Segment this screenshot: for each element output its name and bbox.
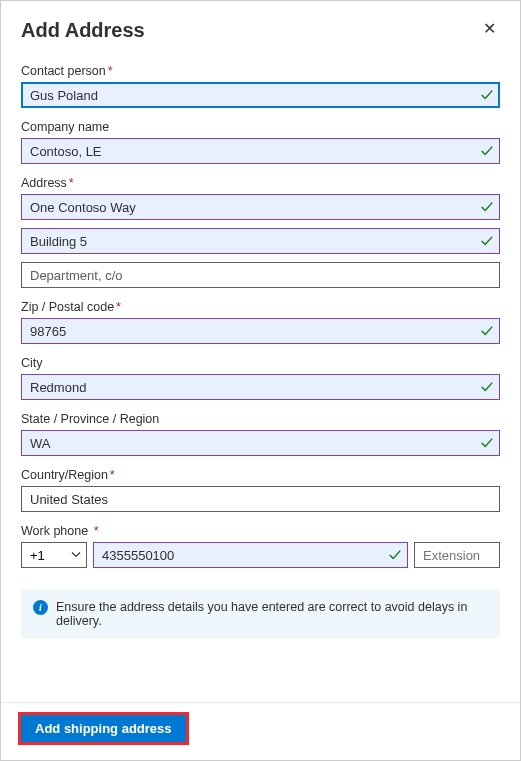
- address-line3-input[interactable]: [21, 262, 500, 288]
- required-marker: *: [116, 300, 121, 314]
- add-address-panel: Add Address ✕ Contact person* Company na…: [0, 0, 521, 761]
- panel-header: Add Address ✕: [21, 19, 500, 42]
- field-company-name: Company name: [21, 120, 500, 164]
- field-address: Address*: [21, 176, 500, 288]
- address-label: Address*: [21, 176, 500, 190]
- field-contact-person: Contact person*: [21, 64, 500, 108]
- zip-label: Zip / Postal code*: [21, 300, 500, 314]
- address-line2-input[interactable]: [21, 228, 500, 254]
- required-marker: *: [94, 524, 99, 538]
- add-shipping-address-button[interactable]: Add shipping address: [21, 715, 186, 742]
- state-input[interactable]: [21, 430, 500, 456]
- phone-extension-input[interactable]: [414, 542, 500, 568]
- info-message: i Ensure the address details you have en…: [21, 590, 500, 638]
- address-line1-input[interactable]: [21, 194, 500, 220]
- zip-input[interactable]: [21, 318, 500, 344]
- page-title: Add Address: [21, 19, 145, 42]
- close-icon[interactable]: ✕: [479, 19, 500, 39]
- state-label: State / Province / Region: [21, 412, 500, 426]
- contact-person-label: Contact person*: [21, 64, 500, 78]
- contact-person-input[interactable]: [21, 82, 500, 108]
- field-work-phone: Work phone *: [21, 524, 500, 568]
- field-country: Country/Region*: [21, 468, 500, 512]
- required-marker: *: [108, 64, 113, 78]
- phone-label: Work phone *: [21, 524, 500, 538]
- panel-content: Add Address ✕ Contact person* Company na…: [1, 1, 520, 702]
- field-zip: Zip / Postal code*: [21, 300, 500, 344]
- phone-country-code-select[interactable]: [21, 542, 87, 568]
- field-city: City: [21, 356, 500, 400]
- field-state: State / Province / Region: [21, 412, 500, 456]
- city-input[interactable]: [21, 374, 500, 400]
- country-label: Country/Region*: [21, 468, 500, 482]
- panel-footer: Add shipping address: [1, 702, 520, 760]
- phone-number-input[interactable]: [93, 542, 408, 568]
- info-text: Ensure the address details you have ente…: [56, 600, 488, 628]
- country-input[interactable]: [21, 486, 500, 512]
- info-icon: i: [33, 600, 48, 615]
- required-marker: *: [110, 468, 115, 482]
- company-name-label: Company name: [21, 120, 500, 134]
- company-name-input[interactable]: [21, 138, 500, 164]
- required-marker: *: [69, 176, 74, 190]
- city-label: City: [21, 356, 500, 370]
